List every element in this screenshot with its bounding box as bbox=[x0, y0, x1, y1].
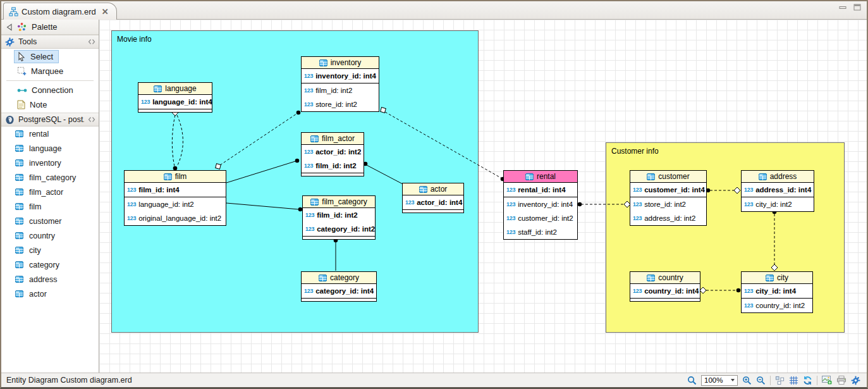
entity-header[interactable]: customer bbox=[630, 171, 706, 183]
tools-section-header[interactable]: Tools bbox=[1, 35, 99, 49]
palette-header[interactable]: Palette bbox=[1, 20, 99, 35]
sidebar-item-category[interactable]: category bbox=[1, 257, 99, 272]
column-row-customer_id[interactable]: 123customer_id: int4 bbox=[630, 183, 706, 197]
tool-marquee[interactable]: Marquee bbox=[14, 65, 69, 78]
entity-header[interactable]: address bbox=[742, 171, 814, 183]
database-section-header[interactable]: PostgreSQL - post... bbox=[1, 113, 99, 127]
sidebar-item-rental[interactable]: rental bbox=[1, 127, 99, 141]
entity-header[interactable]: film_category bbox=[303, 196, 375, 208]
column-row-film_id[interactable]: 123film_id: int2 bbox=[302, 83, 379, 97]
sidebar-item-inventory[interactable]: inventory bbox=[1, 156, 99, 170]
entity-header[interactable]: film_actor bbox=[302, 133, 364, 145]
sidebar-item-address[interactable]: address bbox=[1, 272, 99, 287]
column-row-category_id[interactable]: 123category_id: int2 bbox=[303, 222, 375, 236]
entity-header[interactable]: actor bbox=[403, 183, 463, 195]
entity-header[interactable]: rental bbox=[504, 171, 577, 183]
relationship-film_actor-actor[interactable] bbox=[365, 164, 404, 185]
column-row-address_id[interactable]: 123address_id: int4 bbox=[742, 183, 814, 197]
entity-actor[interactable]: actor123actor_id: int4 bbox=[402, 183, 464, 213]
column-row-rental_id[interactable]: 123rental_id: int4 bbox=[504, 183, 577, 197]
table-icon bbox=[419, 186, 427, 193]
entity-city[interactable]: city123city_id: int4123country_id: int2 bbox=[741, 271, 813, 313]
toggle-grid-icon[interactable] bbox=[789, 376, 798, 385]
print-icon[interactable] bbox=[836, 376, 847, 385]
column-row-actor_id[interactable]: 123actor_id: int4 bbox=[403, 195, 463, 209]
refresh-icon[interactable] bbox=[803, 376, 812, 385]
entity-film_category[interactable]: film_category123film_id: int2123category… bbox=[302, 195, 376, 240]
tool-note[interactable]: Note bbox=[14, 98, 52, 111]
entity-country[interactable]: country123country_id: int4 bbox=[630, 271, 700, 302]
settings-gear-icon[interactable] bbox=[851, 376, 860, 385]
entity-header[interactable]: category bbox=[302, 272, 376, 284]
entity-header[interactable]: film bbox=[125, 171, 226, 183]
separator bbox=[817, 376, 817, 385]
sidebar-item-country[interactable]: country bbox=[1, 228, 99, 243]
save-image-icon[interactable] bbox=[822, 376, 832, 385]
search-icon[interactable] bbox=[687, 376, 697, 385]
collapse-arrow-icon[interactable] bbox=[6, 23, 12, 31]
diagram-canvas[interactable]: Movie infoCustomer infolanguage123langua… bbox=[99, 20, 867, 373]
relationship-film-film_category[interactable] bbox=[226, 203, 299, 209]
sidebar-item-language[interactable]: language bbox=[1, 141, 99, 156]
sidebar-item-customer[interactable]: customer bbox=[1, 214, 99, 228]
sidebar-item-city[interactable]: city bbox=[1, 243, 99, 257]
maximize-button[interactable] bbox=[853, 4, 862, 11]
sidebar-item-film_actor[interactable]: film_actor bbox=[1, 185, 99, 199]
column-label: language_id: int2 bbox=[138, 201, 194, 208]
numeric-type-icon: 123 bbox=[141, 99, 150, 105]
zoom-in-icon[interactable] bbox=[742, 376, 752, 385]
zoom-level-select[interactable]: 100% bbox=[701, 375, 738, 386]
entity-film[interactable]: film123film_id: int4123language_id: int2… bbox=[124, 170, 226, 226]
sidebar-item-film_category[interactable]: film_category bbox=[1, 170, 99, 185]
column-row-country_id[interactable]: 123country_id: int4 bbox=[630, 284, 700, 298]
column-row-city_id[interactable]: 123city_id: int2 bbox=[742, 197, 814, 211]
column-row-store_id[interactable]: 123store_id: int2 bbox=[630, 197, 706, 211]
pk-section: 123language_id: int4 bbox=[138, 95, 212, 109]
tool-select[interactable]: Select bbox=[14, 50, 59, 63]
entity-film_actor[interactable]: film_actor123actor_id: int2123film_id: i… bbox=[301, 132, 364, 176]
column-row-film_id[interactable]: 123film_id: int2 bbox=[302, 159, 364, 173]
sidebar-item-film[interactable]: film bbox=[1, 199, 99, 214]
zoom-out-icon[interactable] bbox=[756, 376, 766, 385]
column-row-language_id[interactable]: 123language_id: int4 bbox=[138, 95, 212, 109]
close-icon[interactable]: ✕ bbox=[102, 7, 109, 16]
column-row-staff_id[interactable]: 123staff_id: int2 bbox=[504, 225, 577, 239]
entity-language[interactable]: language123language_id: int4 bbox=[138, 82, 212, 113]
minimize-button[interactable] bbox=[839, 4, 847, 11]
column-row-category_id[interactable]: 123category_id: int4 bbox=[302, 284, 376, 298]
relationship-film-film_actor[interactable] bbox=[226, 161, 295, 183]
entity-address[interactable]: address123address_id: int4123city_id: in… bbox=[741, 170, 814, 212]
tab-custom-diagram[interactable]: Custom diagram.erd ✕ bbox=[3, 3, 117, 20]
column-row-language_id[interactable]: 123language_id: int2 bbox=[125, 197, 226, 211]
entity-inventory[interactable]: inventory123inventory_id: int4123film_id… bbox=[301, 56, 379, 112]
entity-header[interactable]: country bbox=[630, 272, 700, 284]
entity-category[interactable]: category123category_id: int4 bbox=[301, 271, 377, 302]
column-row-film_id[interactable]: 123film_id: int2 bbox=[303, 208, 375, 222]
entity-header[interactable]: city bbox=[742, 272, 812, 284]
auto-layout-icon[interactable] bbox=[775, 376, 785, 385]
pin-chevrons-icon[interactable] bbox=[88, 39, 95, 45]
column-row-inventory_id[interactable]: 123inventory_id: int4 bbox=[504, 197, 577, 211]
column-row-city_id[interactable]: 123city_id: int4 bbox=[742, 284, 812, 298]
entity-rental[interactable]: rental123rental_id: int4123inventory_id:… bbox=[503, 170, 578, 240]
column-row-film_id[interactable]: 123film_id: int4 bbox=[125, 183, 226, 197]
pin-chevrons-icon[interactable] bbox=[88, 116, 95, 123]
column-row-original_language_id[interactable]: 123original_language_id: int2 bbox=[125, 211, 226, 225]
sidebar-item-actor[interactable]: actor bbox=[1, 287, 99, 301]
column-row-inventory_id[interactable]: 123inventory_id: int4 bbox=[302, 69, 379, 83]
tool-connection[interactable]: Connection bbox=[14, 83, 79, 97]
relationship-inventory-rental[interactable] bbox=[385, 112, 501, 178]
relationship-language-film[interactable] bbox=[177, 115, 183, 166]
entity-header[interactable]: language bbox=[138, 83, 212, 95]
entity-customer[interactable]: customer123customer_id: int4123store_id:… bbox=[630, 170, 707, 226]
column-row-customer_id[interactable]: 123customer_id: int2 bbox=[504, 211, 577, 225]
column-row-actor_id[interactable]: 123actor_id: int2 bbox=[302, 145, 364, 159]
relationship-language-film[interactable] bbox=[172, 115, 175, 166]
numeric-type-icon: 123 bbox=[506, 201, 515, 207]
column-row-store_id[interactable]: 123store_id: int2 bbox=[302, 97, 379, 111]
entity-header[interactable]: inventory bbox=[302, 57, 379, 69]
column-label: actor_id: int4 bbox=[417, 199, 462, 206]
column-row-country_id[interactable]: 123country_id: int2 bbox=[742, 299, 812, 312]
relationship-film-inventory[interactable] bbox=[220, 114, 296, 165]
column-row-address_id[interactable]: 123address_id: int2 bbox=[630, 211, 706, 225]
